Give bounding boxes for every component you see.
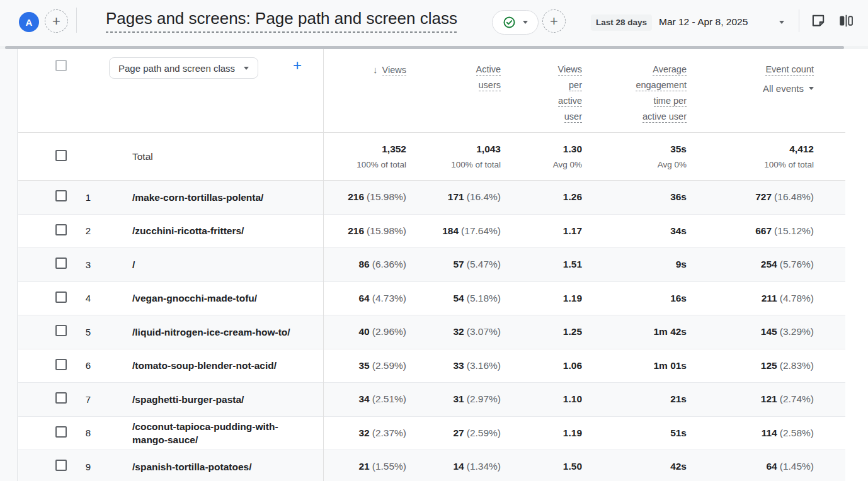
views-cell: 35(2.59%) bbox=[323, 360, 406, 371]
table-header-row: Page path and screen class + ↓Views Acti… bbox=[18, 49, 845, 133]
select-all-checkbox[interactable] bbox=[55, 60, 67, 71]
add-comparison-button[interactable]: + bbox=[45, 9, 68, 33]
views-cell: 21(1.55%) bbox=[323, 461, 406, 472]
row-checkbox[interactable] bbox=[55, 291, 67, 303]
page-path: /tomato-soup-blender-not-acid/ bbox=[110, 359, 323, 372]
column-header-views[interactable]: ↓Views bbox=[323, 62, 406, 125]
event-count-cell: 211(4.78%) bbox=[687, 293, 814, 304]
row-index: 8 bbox=[67, 427, 110, 438]
dimension-selector-label: Page path and screen class bbox=[118, 63, 235, 74]
left-gutter bbox=[0, 49, 18, 481]
engagement-cell: 34s bbox=[582, 225, 687, 237]
views-cell: 216(15.98%) bbox=[323, 225, 406, 237]
total-active-users: 1,043100% of total bbox=[406, 144, 501, 169]
row-checkbox[interactable] bbox=[55, 224, 67, 235]
page-path: /coconut-tapioca-pudding-with-mango-sauc… bbox=[110, 420, 323, 446]
active-users-cell: 27(2.59%) bbox=[406, 427, 501, 439]
table-row: 7 /spaghetti-burger-pasta/ 34(2.51%) 31(… bbox=[18, 383, 845, 417]
report-table: Page path and screen class + ↓Views Acti… bbox=[18, 49, 845, 481]
table-body: 1 /make-corn-tortillas-polenta/ 216(15.9… bbox=[18, 181, 845, 481]
event-count-cell: 727(16.48%) bbox=[687, 191, 814, 203]
total-event-count: 4,412100% of total bbox=[687, 144, 814, 169]
column-header-engagement[interactable]: Average engagement time per active user bbox=[582, 62, 687, 125]
row-index: 1 bbox=[67, 192, 110, 203]
views-cell: 86(6.36%) bbox=[323, 259, 406, 270]
total-engagement: 35sAvg 0% bbox=[582, 144, 687, 169]
row-checkbox[interactable] bbox=[55, 257, 67, 269]
row-index: 7 bbox=[67, 394, 110, 405]
row-index: 3 bbox=[67, 259, 110, 270]
total-label: Total bbox=[110, 151, 323, 162]
add-dimension-button[interactable]: + bbox=[293, 58, 302, 73]
views-per-user-cell: 1.17 bbox=[501, 225, 582, 237]
row-checkbox[interactable] bbox=[55, 190, 67, 201]
compare-button[interactable] bbox=[838, 13, 854, 29]
column-header-event-count[interactable]: Event count All events bbox=[687, 62, 814, 125]
page-path: /spaghetti-burger-pasta/ bbox=[110, 393, 323, 406]
chevron-down-icon[interactable] bbox=[779, 21, 784, 24]
views-cell: 32(2.37%) bbox=[323, 427, 406, 439]
event-count-cell: 145(3.29%) bbox=[687, 326, 814, 337]
row-index: 4 bbox=[67, 293, 110, 303]
scrollbar-area bbox=[0, 40, 868, 49]
active-users-cell: 32(3.07%) bbox=[406, 326, 501, 337]
notes-button[interactable] bbox=[810, 13, 826, 29]
table-row: 6 /tomato-soup-blender-not-acid/ 35(2.59… bbox=[18, 349, 845, 383]
top-bar: A + Pages and screens: Page path and scr… bbox=[0, 0, 868, 40]
views-per-user-cell: 1.19 bbox=[501, 293, 582, 304]
row-index: 9 bbox=[67, 461, 110, 472]
event-count-cell: 114(2.58%) bbox=[687, 427, 814, 439]
row-checkbox[interactable] bbox=[55, 426, 67, 438]
metric-headers: ↓Views Active users Views per active use… bbox=[323, 62, 814, 125]
row-index: 2 bbox=[67, 225, 110, 236]
page-path: / bbox=[110, 258, 323, 271]
views-cell: 34(2.51%) bbox=[323, 393, 406, 405]
page-path: /make-corn-tortillas-polenta/ bbox=[110, 191, 323, 204]
table-row: 2 /zucchini-ricotta-fritters/ 216(15.98%… bbox=[18, 215, 845, 249]
event-count-cell: 667(15.12%) bbox=[687, 225, 814, 237]
page-path: /vegan-gnocchi-made-tofu/ bbox=[110, 291, 323, 305]
report-status-button[interactable] bbox=[492, 10, 539, 35]
total-checkbox[interactable] bbox=[55, 150, 67, 161]
table-row: 9 /spanish-tortilla-potatoes/ 21(1.55%) … bbox=[18, 450, 845, 481]
engagement-cell: 51s bbox=[582, 427, 687, 439]
active-users-cell: 57(5.47%) bbox=[406, 259, 501, 270]
row-checkbox[interactable] bbox=[55, 325, 67, 336]
views-per-user-cell: 1.06 bbox=[501, 360, 582, 371]
table-row: 3 / 86(6.36%) 57(5.47%) 1.51 9s 254(5.76… bbox=[18, 248, 845, 282]
account-avatar[interactable]: A bbox=[19, 12, 39, 32]
views-per-user-cell: 1.10 bbox=[501, 393, 582, 405]
page-title[interactable]: Pages and screens: Page path and screen … bbox=[106, 9, 457, 33]
date-range-badge: Last 28 days bbox=[591, 14, 652, 31]
check-circle-icon bbox=[503, 16, 516, 29]
row-checkbox[interactable] bbox=[55, 359, 67, 370]
engagement-cell: 21s bbox=[582, 393, 687, 405]
add-report-button[interactable]: + bbox=[542, 9, 566, 33]
ab-compare-icon bbox=[838, 13, 854, 29]
views-cell: 64(4.73%) bbox=[323, 293, 406, 304]
views-per-user-cell: 1.51 bbox=[501, 259, 582, 270]
event-count-cell: 121(2.74%) bbox=[687, 393, 814, 405]
views-cell: 216(15.98%) bbox=[323, 191, 406, 203]
row-checkbox[interactable] bbox=[55, 460, 67, 471]
column-header-active-users[interactable]: Active users bbox=[406, 62, 501, 125]
page-path: /spanish-tortilla-potatoes/ bbox=[110, 460, 323, 473]
views-per-user-cell: 1.19 bbox=[501, 427, 582, 439]
row-checkbox[interactable] bbox=[55, 392, 67, 404]
note-icon bbox=[810, 13, 826, 29]
chevron-down-icon bbox=[244, 67, 249, 70]
table-row: 1 /make-corn-tortillas-polenta/ 216(15.9… bbox=[18, 181, 845, 215]
table-row: 5 /liquid-nitrogen-ice-cream-how-to/ 40(… bbox=[18, 315, 845, 349]
table-row: 8 /coconut-tapioca-pudding-with-mango-sa… bbox=[18, 417, 845, 451]
event-filter-dropdown[interactable]: All events bbox=[763, 81, 814, 96]
engagement-cell: 36s bbox=[582, 191, 687, 203]
event-count-cell: 64(1.45%) bbox=[687, 461, 814, 472]
sort-descending-icon: ↓ bbox=[373, 64, 378, 75]
column-header-views-per-user[interactable]: Views per active user bbox=[501, 62, 582, 125]
dimension-selector[interactable]: Page path and screen class bbox=[109, 57, 258, 79]
engagement-cell: 1m 01s bbox=[582, 360, 687, 371]
chevron-down-icon bbox=[809, 87, 814, 90]
divider bbox=[799, 9, 799, 32]
date-range-value[interactable]: Mar 12 - Apr 8, 2025 bbox=[659, 16, 748, 28]
views-per-user-cell: 1.50 bbox=[501, 461, 582, 472]
